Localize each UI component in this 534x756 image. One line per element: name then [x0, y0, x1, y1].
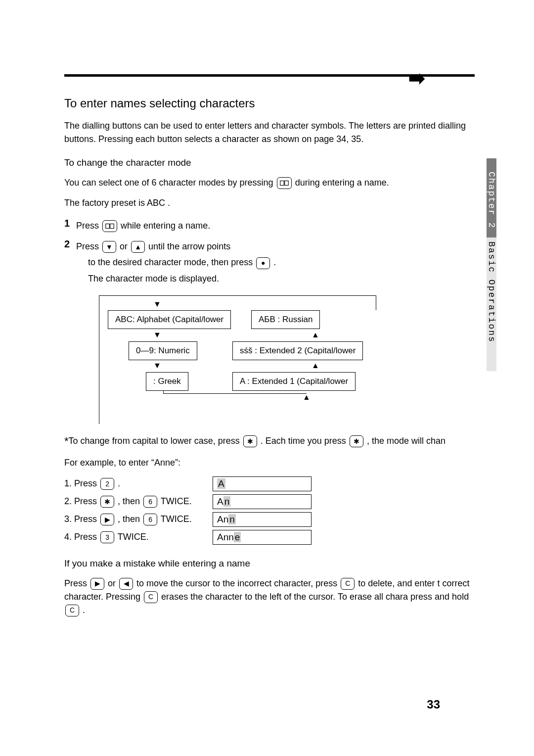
step-1-text: Press while entering a name.: [76, 218, 475, 234]
star-key-icon: ✱: [100, 496, 114, 508]
change-mode-text: You can select one of 6 character modes …: [64, 176, 475, 189]
star-key-icon: ✱: [243, 435, 257, 447]
mode-diagram: ▼ ABC: Alphabet (Capital/lower ▼ 0—9: Nu…: [64, 294, 475, 433]
up-arrow-icon: ▲: [312, 331, 319, 339]
svg-rect-1: [284, 181, 288, 185]
mode-greek: : Greek: [146, 372, 188, 391]
right-key-icon: ▶: [90, 578, 104, 590]
book-key-icon: [102, 220, 117, 232]
example-cell-2: An: [213, 494, 312, 509]
up-arrow-icon: ▲: [312, 362, 319, 370]
section-label: Basic Operations: [487, 237, 496, 371]
factory-preset: The factory preset is ABC .: [64, 196, 475, 210]
six-key: 6: [143, 514, 157, 525]
svg-rect-3: [110, 224, 114, 228]
chapter-label: Chapter 2: [487, 158, 496, 237]
up-arrow-icon: ▲: [303, 393, 311, 401]
mode-numeric: 0—9: Numeric: [129, 341, 197, 360]
page-number: 33: [427, 698, 440, 711]
section-title: To enter names selecting characters: [64, 96, 475, 110]
left-key-icon: ◀: [119, 578, 133, 590]
continue-arrow-icon: ➡: [408, 67, 425, 90]
book-key-icon: [277, 177, 292, 189]
right-key-icon: ▶: [100, 514, 114, 525]
mistake-heading: If you make a mistake while entering a n…: [64, 557, 475, 571]
step-2-text: Press ▼ or ▲ until the arrow points to t…: [76, 238, 475, 286]
step-1-num: 1: [64, 218, 76, 229]
mode-russian: AБB : Russian: [251, 310, 320, 329]
down-key-icon: ▼: [102, 241, 116, 253]
down-arrow-icon: ▼: [153, 300, 161, 308]
example-cell-3: Ann: [213, 512, 312, 527]
example-heading: For example, to enter “Anne”:: [64, 456, 475, 470]
c-key: C: [341, 578, 355, 590]
subheading-change-mode: To change the character mode: [64, 156, 475, 170]
c-key: C: [65, 605, 79, 616]
example-step-4: 4. Press 3 TWICE.: [64, 531, 213, 543]
down-arrow-icon: ▼: [153, 362, 161, 370]
down-arrow-icon: ▼: [153, 331, 161, 339]
example-cell-4: Anne: [213, 530, 312, 545]
mode-abc: ABC: Alphabet (Capital/lower: [108, 310, 231, 329]
mode-ext1: A : Extended 1 (Capital/lower: [232, 372, 356, 391]
mistake-text: Press ▶ or ◀ to move the cursor to the i…: [64, 577, 475, 617]
example-cell-1: A: [213, 476, 312, 491]
two-key: 2: [100, 478, 114, 490]
three-key: 3: [100, 531, 114, 543]
svg-rect-0: [280, 181, 284, 185]
mode-ext2: sśš : Extended 2 (Capital/lower: [232, 341, 363, 360]
six-key: 6: [143, 496, 157, 508]
center-key-icon: ●: [256, 257, 270, 269]
star-note: *To change from capital to lower case, p…: [64, 433, 475, 449]
example-step-2: 2. Press ✱ , then 6 TWICE.: [64, 496, 213, 508]
intro-text: The dialling buttons can be used to ente…: [64, 119, 475, 146]
up-key-icon: ▲: [131, 241, 145, 253]
svg-rect-2: [106, 224, 110, 228]
example-step-1: 1. Press 2 .: [64, 478, 213, 490]
chapter-tab: Chapter 2 Basic Operations: [487, 158, 504, 371]
example-step-3: 3. Press ▶ , then 6 TWICE.: [64, 514, 213, 525]
c-key: C: [144, 591, 158, 603]
star-key-icon: ✱: [350, 435, 363, 447]
step-2-num: 2: [64, 238, 76, 250]
